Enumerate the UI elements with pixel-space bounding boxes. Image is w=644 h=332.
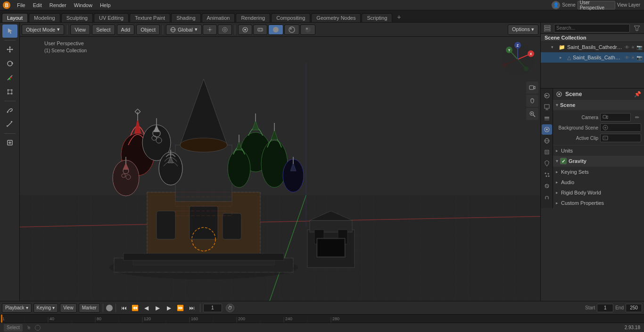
tool-move[interactable] [2,43,17,56]
snap-btn[interactable] [203,24,217,35]
tl-next-frame-btn[interactable]: ⏩ [175,303,186,313]
tool-scale[interactable] [2,71,17,84]
tool-cursor[interactable] [2,24,17,38]
outliner-item-mesh[interactable]: ▸ △ Saint_Basils_Cathedral_M 👁 ☀ 📷 [541,52,644,63]
menu-file[interactable]: File [13,0,29,10]
props-scene-header[interactable]: ▾ Scene [553,100,644,110]
scene-input[interactable]: User Perspective [578,1,615,9]
view-btn[interactable]: View [70,24,90,35]
props-camera-value[interactable] [600,113,631,121]
viewport-hand-btn[interactable] [526,95,538,107]
tab-animation[interactable]: Animation [202,13,235,22]
menu-edit[interactable]: Edit [29,0,46,10]
outliner-item-hide-1[interactable]: ☀ [631,45,635,50]
select-btn[interactable]: Select [92,24,115,35]
tl-view-btn[interactable]: View [60,303,77,313]
props-audio-item[interactable]: ▸ Audio [553,177,644,187]
tl-keying-btn[interactable]: Keying ▾ [33,303,58,313]
props-world-icon[interactable] [542,136,552,146]
tab-shading[interactable]: Shading [171,13,200,22]
tl-record-btn[interactable] [106,305,113,311]
props-rigid-item[interactable]: ▸ Rigid Body World [553,187,644,198]
tl-start-frame[interactable] [597,304,613,312]
tl-current-frame[interactable] [203,304,222,312]
x-ray-btn[interactable] [253,24,267,35]
tool-add-object[interactable] [2,136,17,149]
material-mode-btn[interactable] [284,24,299,35]
navigation-gizmo[interactable]: X Y Z [499,40,537,78]
props-gravity-checkbox[interactable]: ✓ [560,158,567,164]
user-avatar[interactable]: 👤 [552,1,560,9]
props-units-item[interactable]: ▸ Units [553,146,644,156]
outliner-item-collection[interactable]: ▾ 📁 Saint_Basils_Cathedral_Mosc 👁 ☀ 📷 [541,42,644,52]
props-output-icon[interactable] [542,102,552,112]
tab-texture-paint[interactable]: Texture Paint [130,13,170,22]
solid-mode-btn[interactable] [268,24,283,35]
menu-render[interactable]: Render [46,0,70,10]
viewport-main[interactable]: User Perspective (1) Scene Collection X [20,37,540,301]
frame-ruler-svg[interactable]: 1 40 80 120 160 200 240 280 [1,315,567,323]
object-mode-btn[interactable]: Object Mode ▾ [22,24,64,35]
props-gravity-header[interactable]: ▾ ✓ Gravity [553,156,644,166]
props-custom-item[interactable]: ▸ Custom Properties [553,198,644,208]
menu-help[interactable]: Help [96,0,115,10]
tl-playback-btn[interactable]: Playback ▾ [2,303,32,313]
tool-rotate[interactable] [2,57,17,70]
tab-sculpting[interactable]: Sculpting [61,13,93,22]
props-clip-value[interactable] [600,134,641,142]
props-physics-icon[interactable] [542,181,552,191]
proportional-btn[interactable] [218,24,232,35]
props-camera-edit[interactable]: ✏ [633,113,641,121]
outliner-item-hide-2[interactable]: ☀ [631,55,635,60]
add-workspace-tab[interactable]: + [393,12,405,22]
tool-transform[interactable] [2,85,17,98]
props-viewlayer-icon[interactable] [542,113,552,123]
tl-play-btn[interactable]: ▶ [153,303,163,313]
tl-end-frame[interactable] [626,304,642,312]
props-particles-icon[interactable] [542,170,552,180]
tab-modeling[interactable]: Modeling [29,13,60,22]
tl-prev-keyframe-btn[interactable]: ◀ [141,303,152,313]
outliner-panel: Scene Collection ▾ 📁 Saint_Basils_Cathed… [540,23,644,89]
props-pin-btn[interactable]: 📌 [634,91,641,97]
outliner-item-restrict-1[interactable]: 👁 [625,45,629,50]
tl-marker-btn[interactable]: Marker [79,303,100,313]
object-btn[interactable]: Object [136,24,160,35]
props-constraint-icon[interactable] [542,192,552,202]
viewport-camera-btn[interactable] [526,81,538,94]
menu-window[interactable]: Window [70,0,96,10]
outliner-item-camera-1[interactable]: 📷 [636,45,642,50]
tl-prev-frame-btn[interactable]: ⏪ [130,303,140,313]
tl-clock-btn[interactable]: ⏱ [226,304,234,312]
options-btn[interactable]: Options ▾ [508,24,538,35]
tab-scripting[interactable]: Scripting [362,13,392,22]
add-btn[interactable]: Add [117,24,135,35]
tab-layout[interactable]: Layout [2,13,28,22]
tab-uv-editing[interactable]: UV Editing [94,13,129,22]
tl-jump-start-btn[interactable]: ⏮ [119,303,129,313]
tab-rendering[interactable]: Rendering [236,13,270,22]
props-scene-icon[interactable] [542,124,552,135]
rendered-mode-btn[interactable] [300,24,315,35]
outliner-search[interactable] [554,24,630,32]
props-modifier-icon[interactable] [542,158,552,169]
tl-next-keyframe-btn[interactable]: ▶ [164,303,174,313]
outliner-item-camera-2[interactable]: 📷 [636,55,642,60]
props-background-value[interactable] [600,123,641,132]
outliner-arrow-2[interactable]: ▸ [560,55,565,60]
outliner-filter-btn[interactable] [633,24,641,32]
show-overlay-btn[interactable] [238,24,252,35]
outliner-arrow-1[interactable]: ▾ [551,45,557,49]
props-keying-item[interactable]: ▸ Keying Sets [553,167,644,177]
props-object-icon[interactable] [542,147,552,157]
props-render-icon[interactable] [542,90,552,101]
outliner-item-restrict-2[interactable]: 👁 [625,55,629,60]
transform-global-btn[interactable]: Global ▾ [166,24,202,35]
tab-compositing[interactable]: Compositing [271,13,310,22]
status-select-mode[interactable]: Select [4,324,23,332]
viewport-zoom-btn[interactable] [526,108,538,120]
tl-jump-end-btn[interactable]: ⏭ [187,303,197,313]
tool-annotate[interactable] [2,104,17,117]
tool-measure[interactable] [2,118,17,131]
tab-geometry-nodes[interactable]: Geometry Nodes [311,13,361,22]
